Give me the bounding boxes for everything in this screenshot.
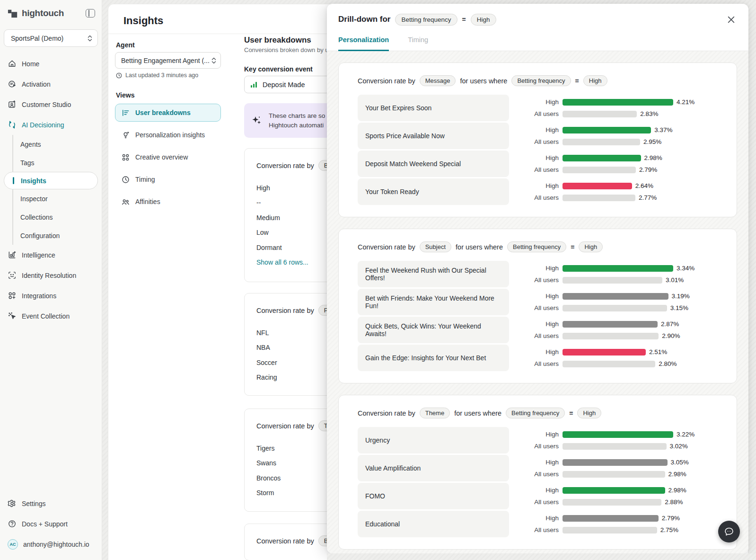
bar (563, 349, 646, 356)
conversion-chart-card-subject: Conversion rate bySubjectfor users where… (338, 229, 737, 383)
view-item-label: Creative overview (135, 153, 188, 161)
filter-field-pill: Betting frequency (395, 14, 457, 26)
view-item-affinities[interactable]: Affinities (115, 193, 221, 211)
sidebar-item-home[interactable]: Home (0, 53, 102, 74)
sidebar-item-integrations[interactable]: Integrations (0, 285, 102, 306)
sidebar-item-label: Customer Studio (22, 101, 71, 108)
sidebar-item-customer-studio[interactable]: Customer Studio (0, 94, 102, 115)
chart-title-mid: for users where (454, 409, 501, 417)
chart-row: Gain the Edge: Insights for Your Next Be… (358, 345, 718, 371)
page-title: Insights (123, 15, 163, 27)
filter-value-pill[interactable]: High (577, 408, 601, 418)
lightbulb-icon (121, 131, 130, 140)
group-by-pill[interactable]: Subject (420, 241, 451, 252)
tab-personalization[interactable]: Personalization (338, 36, 389, 51)
sidebar-item-tags[interactable]: Tags (0, 153, 102, 172)
row-label: Sports Price Available Now (358, 123, 509, 149)
filter-field-pill[interactable]: Betting frequency (507, 241, 566, 252)
bar (563, 321, 658, 328)
sidebar-item-agents[interactable]: Agents (0, 135, 102, 153)
ai-decisioning-icon (8, 120, 17, 129)
filter-field-pill[interactable]: Betting frequency (511, 75, 571, 86)
sidebar-item-insights[interactable]: Insights (4, 172, 98, 189)
sidebar-collapse-icon[interactable] (86, 9, 95, 18)
chart-row: EducationalHigh2.79%All users2.75% (358, 511, 718, 537)
filter-field-pill[interactable]: Betting frequency (506, 408, 565, 418)
bar-value: 2.79% (639, 166, 657, 173)
sidebar-item-settings[interactable]: Settings (0, 493, 102, 514)
filter-value-pill: High (471, 14, 496, 26)
agent-select[interactable]: Betting Engagement Agent (... (115, 52, 221, 69)
settings-icon (8, 499, 17, 508)
workspace-name: SportsPal (Demo) (11, 35, 87, 42)
last-updated: Last updated 3 minutes ago (116, 72, 198, 79)
sidebar-item-label: Identity Resolution (22, 272, 76, 279)
chart-row: Value AmplificationHigh3.05%All users2.9… (358, 455, 718, 481)
activation-icon (8, 80, 17, 89)
chart-title: Conversion rate by (256, 307, 314, 314)
sidebar-item-label: Intelligence (22, 251, 55, 259)
bar (563, 443, 667, 450)
workspace-switcher[interactable]: SportsPal (Demo) (4, 29, 98, 47)
chart-title: Conversion rate by (256, 537, 314, 545)
sidebar-item-collections[interactable]: Collections (0, 208, 102, 226)
view-item-user-breakdowns[interactable]: User breakdowns (115, 104, 221, 122)
sidebar-item-inspector[interactable]: Inspector (0, 189, 102, 208)
chart-title-prefix: Conversion rate by (358, 243, 415, 251)
bar-value: 3.22% (677, 431, 694, 438)
bar-value: 2.98% (668, 487, 686, 494)
row-label: Educational (358, 511, 509, 537)
key-event-value: Deposit Made (263, 81, 305, 89)
view-item-creative-overview[interactable]: Creative overview (115, 148, 221, 166)
row-label: Deposit Match Weekend Special (358, 151, 509, 177)
filter-value-pill[interactable]: High (583, 75, 607, 86)
chart-row: Quick Bets, Quick Wins: Your Weekend Awa… (358, 317, 718, 343)
bar (563, 127, 651, 133)
filter-value-pill[interactable]: High (579, 241, 603, 252)
close-icon (727, 16, 735, 24)
sidebar-item-ai-decisioning[interactable]: AI Decisioning (0, 115, 102, 135)
tab-timing[interactable]: Timing (408, 36, 428, 51)
people-icon (121, 197, 130, 206)
bar (563, 183, 632, 189)
sidebar-item-event-collection[interactable]: Event Collection (0, 306, 102, 326)
equals-sign: = (571, 243, 574, 251)
sidebar-item-label: Activation (22, 80, 51, 88)
clock-icon (121, 175, 130, 184)
sidebar-item-intelligence[interactable]: Intelligence (0, 245, 102, 265)
sidebar-item-docs-support[interactable]: Docs + Support (0, 514, 102, 534)
banner-line-1: These charts are so (269, 111, 325, 121)
group-by-pill[interactable]: Message (420, 75, 456, 86)
series-name: All users (514, 166, 559, 173)
view-item-personalization-insights[interactable]: Personalization insights (115, 126, 221, 144)
series-name: High (514, 126, 559, 133)
sidebar-item-activation[interactable]: Activation (0, 74, 102, 94)
bar-value: 3.19% (672, 293, 690, 300)
view-item-timing[interactable]: Timing (115, 170, 221, 188)
series-name: All users (514, 332, 559, 339)
series-name: High (514, 182, 559, 189)
breakdown-title: User breakdowns (244, 36, 311, 45)
chat-button[interactable] (718, 521, 740, 542)
series-name: All users (514, 526, 559, 533)
bar (563, 431, 673, 438)
bar (563, 527, 657, 533)
sidebar-item-label: Integrations (22, 292, 56, 300)
conversion-chart-card-message: Conversion rate byMessagefor users where… (338, 62, 737, 217)
chart-row: Your Token ReadyHigh2.64%All users2.77% (358, 178, 718, 205)
chevron-updown-icon (87, 35, 93, 42)
sidebar-item-configuration[interactable]: Configuration (0, 226, 102, 245)
bar-value: 3.01% (666, 276, 684, 284)
agent-label: Agent (116, 41, 135, 49)
series-name: All users (514, 471, 559, 478)
bar-value: 2.80% (659, 360, 677, 367)
bar (563, 167, 636, 173)
bar-value: 3.02% (670, 443, 688, 450)
close-drawer-button[interactable] (725, 13, 737, 26)
sidebar-item-identity-resolution[interactable]: Identity Resolution (0, 265, 102, 285)
bar-value: 2.64% (635, 182, 653, 189)
group-by-pill[interactable]: Theme (420, 408, 450, 418)
key-event-label: Key conversion event (244, 65, 313, 73)
home-icon (8, 59, 17, 68)
account-menu[interactable]: AC anthony@hightouch.io (0, 534, 102, 554)
